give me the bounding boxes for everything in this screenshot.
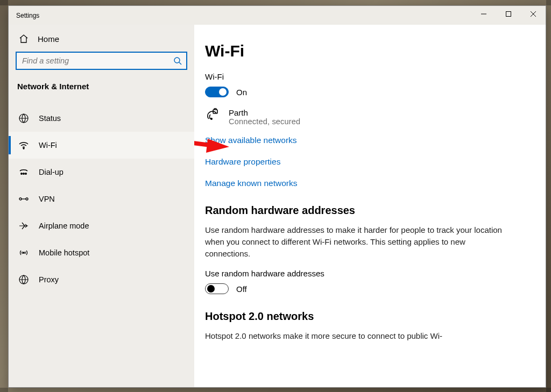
sidebar-item-label: Dial-up — [39, 168, 63, 176]
wifi-toggle-state: On — [236, 88, 247, 97]
minimize-button[interactable] — [471, 6, 496, 22]
home-icon — [18, 33, 29, 44]
sidebar-item-status[interactable]: Status — [9, 105, 194, 132]
svg-point-11 — [211, 118, 212, 119]
link-hardware-properties[interactable]: Hardware properties — [205, 157, 529, 167]
svg-point-7 — [19, 198, 22, 200]
random-hw-description: Use random hardware addresses to make it… — [205, 224, 512, 259]
close-icon — [531, 11, 536, 17]
sidebar-item-proxy[interactable]: Proxy — [9, 266, 194, 293]
airplane-icon — [18, 220, 29, 231]
sidebar-item-label: Status — [39, 114, 61, 123]
random-hw-toggle-label: Use random hardware addresses — [205, 269, 529, 278]
window-title: Settings — [16, 12, 39, 19]
sidebar-item-dialup[interactable]: Dial-up — [9, 159, 194, 186]
search-icon — [173, 56, 182, 65]
svg-rect-0 — [506, 12, 511, 17]
vpn-icon — [18, 194, 29, 204]
wifi-toggle[interactable] — [205, 87, 229, 97]
secured-wifi-icon — [205, 108, 220, 123]
random-hw-title: Random hardware addresses — [205, 204, 529, 217]
minimize-icon — [481, 11, 486, 17]
sidebar: Home Network & Internet — [9, 25, 194, 387]
sidebar-item-label: VPN — [39, 195, 55, 203]
random-hw-toggle[interactable] — [205, 283, 229, 294]
sidebar-item-airplane-mode[interactable]: Airplane mode — [9, 212, 194, 239]
sidebar-item-label: Wi-Fi — [39, 141, 57, 149]
svg-point-4 — [21, 173, 23, 175]
link-show-available-networks[interactable]: Show available networks — [205, 136, 529, 145]
svg-point-9 — [23, 252, 24, 253]
hotspot-icon — [18, 247, 29, 258]
titlebar: Settings — [9, 6, 546, 25]
svg-point-8 — [26, 198, 28, 200]
sidebar-item-label: Mobile hotspot — [39, 248, 89, 257]
search-input[interactable] — [22, 56, 173, 65]
random-hw-toggle-state: Off — [236, 284, 247, 294]
page-title: Wi-Fi — [205, 42, 529, 60]
window-controls — [471, 6, 546, 25]
proxy-icon — [18, 274, 29, 285]
hotspot2-title: Hotspot 2.0 networks — [205, 310, 529, 323]
wifi-icon — [18, 140, 29, 151]
sidebar-item-mobile-hotspot[interactable]: Mobile hotspot — [9, 239, 194, 266]
svg-point-5 — [23, 173, 25, 175]
maximize-button[interactable] — [496, 6, 521, 22]
svg-point-3 — [23, 148, 24, 149]
current-network[interactable]: Parth Connected, secured — [205, 108, 529, 126]
content-pane: Wi-Fi Wi-Fi On — [194, 25, 546, 387]
close-button[interactable] — [521, 6, 546, 22]
sidebar-item-vpn[interactable]: VPN — [9, 186, 194, 212]
network-name: Parth — [229, 108, 300, 117]
sidebar-item-label: Proxy — [39, 275, 59, 284]
link-manage-known-networks[interactable]: Manage known networks — [205, 179, 529, 188]
maximize-icon — [506, 11, 511, 17]
network-status: Connected, secured — [229, 117, 300, 126]
search-box[interactable] — [16, 52, 187, 70]
sidebar-nav: Status Wi-Fi Dial-up — [9, 105, 194, 293]
svg-point-1 — [174, 58, 180, 63]
hotspot2-description: Hotspot 2.0 networks make it more secure… — [205, 330, 512, 342]
sidebar-home-label: Home — [38, 34, 59, 44]
settings-window: Settings Home — [8, 5, 546, 388]
sidebar-item-wifi[interactable]: Wi-Fi — [9, 132, 194, 159]
sidebar-home[interactable]: Home — [9, 28, 194, 49]
status-icon — [18, 113, 29, 124]
wifi-toggle-label: Wi-Fi — [205, 72, 529, 81]
svg-point-6 — [25, 173, 27, 175]
sidebar-item-label: Airplane mode — [39, 222, 89, 230]
sidebar-section-label: Network & Internet — [9, 73, 194, 98]
dialup-icon — [18, 167, 29, 177]
